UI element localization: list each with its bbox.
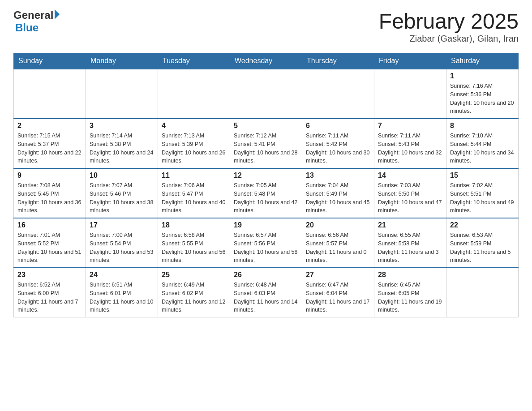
calendar-week-row: 23Sunrise: 6:52 AMSunset: 6:00 PMDayligh…	[14, 268, 519, 317]
calendar-header-friday: Friday	[374, 53, 446, 69]
day-info: Sunrise: 6:53 AMSunset: 5:59 PMDaylight:…	[450, 231, 515, 265]
calendar-cell: 19Sunrise: 6:57 AMSunset: 5:56 PMDayligh…	[230, 218, 302, 268]
calendar-header-row: SundayMondayTuesdayWednesdayThursdayFrid…	[14, 53, 519, 69]
day-number: 10	[90, 171, 154, 180]
calendar-cell	[446, 268, 519, 317]
day-number: 25	[162, 271, 226, 279]
day-info: Sunrise: 7:07 AMSunset: 5:46 PMDaylight:…	[90, 181, 154, 215]
day-info: Sunrise: 6:52 AMSunset: 6:00 PMDaylight:…	[17, 281, 82, 314]
day-number: 14	[378, 171, 442, 180]
calendar-cell: 4Sunrise: 7:13 AMSunset: 5:39 PMDaylight…	[158, 119, 230, 168]
calendar-header-tuesday: Tuesday	[158, 53, 230, 69]
location-title: Ziabar (Gaskar), Gilan, Iran	[379, 34, 519, 44]
calendar-cell: 7Sunrise: 7:11 AMSunset: 5:43 PMDaylight…	[374, 119, 446, 168]
day-info: Sunrise: 6:58 AMSunset: 5:55 PMDaylight:…	[162, 231, 226, 265]
calendar-cell	[158, 69, 230, 119]
calendar-cell: 22Sunrise: 6:53 AMSunset: 5:59 PMDayligh…	[446, 218, 519, 268]
calendar-cell: 20Sunrise: 6:56 AMSunset: 5:57 PMDayligh…	[302, 218, 374, 268]
day-info: Sunrise: 6:47 AMSunset: 6:04 PMDaylight:…	[306, 281, 370, 314]
calendar-cell	[14, 69, 86, 119]
logo-arrow-icon	[55, 9, 60, 19]
day-info: Sunrise: 7:14 AMSunset: 5:38 PMDaylight:…	[90, 132, 154, 165]
day-info: Sunrise: 7:10 AMSunset: 5:44 PMDaylight:…	[450, 132, 515, 165]
calendar-cell: 3Sunrise: 7:14 AMSunset: 5:38 PMDaylight…	[86, 119, 158, 168]
day-number: 11	[162, 171, 226, 180]
calendar-cell: 16Sunrise: 7:01 AMSunset: 5:52 PMDayligh…	[14, 218, 86, 268]
day-number: 5	[234, 122, 298, 130]
calendar-cell: 1Sunrise: 7:16 AMSunset: 5:36 PMDaylight…	[446, 69, 519, 119]
day-info: Sunrise: 7:02 AMSunset: 5:51 PMDaylight:…	[450, 181, 515, 215]
calendar-cell: 17Sunrise: 7:00 AMSunset: 5:54 PMDayligh…	[86, 218, 158, 268]
title-section: February 2025 Ziabar (Gaskar), Gilan, Ir…	[379, 9, 519, 44]
day-number: 20	[306, 221, 370, 229]
calendar-cell: 15Sunrise: 7:02 AMSunset: 5:51 PMDayligh…	[446, 168, 519, 218]
calendar-cell: 27Sunrise: 6:47 AMSunset: 6:04 PMDayligh…	[302, 268, 374, 317]
day-info: Sunrise: 6:49 AMSunset: 6:02 PMDaylight:…	[162, 281, 226, 314]
day-info: Sunrise: 7:00 AMSunset: 5:54 PMDaylight:…	[90, 231, 154, 265]
day-number: 17	[90, 221, 154, 229]
day-number: 4	[162, 122, 226, 130]
calendar-cell: 28Sunrise: 6:45 AMSunset: 6:05 PMDayligh…	[374, 268, 446, 317]
calendar-week-row: 1Sunrise: 7:16 AMSunset: 5:36 PMDaylight…	[14, 69, 519, 119]
calendar-cell: 8Sunrise: 7:10 AMSunset: 5:44 PMDaylight…	[446, 119, 519, 168]
day-number: 27	[306, 271, 370, 279]
day-number: 23	[17, 271, 82, 279]
day-number: 2	[17, 122, 82, 130]
day-number: 7	[378, 122, 442, 130]
day-number: 22	[450, 221, 515, 229]
day-number: 9	[17, 171, 82, 180]
calendar-cell: 10Sunrise: 7:07 AMSunset: 5:46 PMDayligh…	[86, 168, 158, 218]
day-number: 8	[450, 122, 515, 130]
day-info: Sunrise: 7:11 AMSunset: 5:42 PMDaylight:…	[306, 132, 370, 165]
calendar-header-monday: Monday	[86, 53, 158, 69]
day-number: 15	[450, 171, 515, 180]
calendar-cell: 26Sunrise: 6:48 AMSunset: 6:03 PMDayligh…	[230, 268, 302, 317]
calendar-cell: 14Sunrise: 7:03 AMSunset: 5:50 PMDayligh…	[374, 168, 446, 218]
calendar-cell	[86, 69, 158, 119]
day-info: Sunrise: 7:06 AMSunset: 5:47 PMDaylight:…	[162, 181, 226, 215]
day-number: 18	[162, 221, 226, 229]
calendar-header-sunday: Sunday	[14, 53, 86, 69]
calendar-cell	[374, 69, 446, 119]
day-info: Sunrise: 6:45 AMSunset: 6:05 PMDaylight:…	[378, 281, 442, 314]
calendar-week-row: 16Sunrise: 7:01 AMSunset: 5:52 PMDayligh…	[14, 218, 519, 268]
calendar-cell	[230, 69, 302, 119]
calendar-header-thursday: Thursday	[302, 53, 374, 69]
calendar-cell: 12Sunrise: 7:05 AMSunset: 5:48 PMDayligh…	[230, 168, 302, 218]
calendar-cell: 24Sunrise: 6:51 AMSunset: 6:01 PMDayligh…	[86, 268, 158, 317]
day-info: Sunrise: 6:55 AMSunset: 5:58 PMDaylight:…	[378, 231, 442, 265]
day-number: 6	[306, 122, 370, 130]
calendar-header-saturday: Saturday	[446, 53, 519, 69]
logo-blue-text: Blue	[15, 21, 39, 34]
day-info: Sunrise: 7:05 AMSunset: 5:48 PMDaylight:…	[234, 181, 298, 215]
day-info: Sunrise: 7:12 AMSunset: 5:41 PMDaylight:…	[234, 132, 298, 165]
calendar-cell: 21Sunrise: 6:55 AMSunset: 5:58 PMDayligh…	[374, 218, 446, 268]
logo-general-text: General	[13, 9, 53, 21]
calendar-table: SundayMondayTuesdayWednesdayThursdayFrid…	[13, 53, 519, 317]
calendar-cell: 23Sunrise: 6:52 AMSunset: 6:00 PMDayligh…	[14, 268, 86, 317]
calendar-cell: 9Sunrise: 7:08 AMSunset: 5:45 PMDaylight…	[14, 168, 86, 218]
day-number: 1	[450, 72, 515, 80]
day-number: 12	[234, 171, 298, 180]
day-info: Sunrise: 7:08 AMSunset: 5:45 PMDaylight:…	[17, 181, 82, 215]
day-number: 21	[378, 221, 442, 229]
logo: General Blue	[13, 9, 60, 34]
day-info: Sunrise: 7:04 AMSunset: 5:49 PMDaylight:…	[306, 181, 370, 215]
day-info: Sunrise: 6:56 AMSunset: 5:57 PMDaylight:…	[306, 231, 370, 265]
day-info: Sunrise: 7:15 AMSunset: 5:37 PMDaylight:…	[17, 132, 82, 165]
calendar-cell	[302, 69, 374, 119]
calendar-cell: 5Sunrise: 7:12 AMSunset: 5:41 PMDaylight…	[230, 119, 302, 168]
day-number: 28	[378, 271, 442, 279]
month-title: February 2025	[379, 9, 519, 34]
day-info: Sunrise: 6:51 AMSunset: 6:01 PMDaylight:…	[90, 281, 154, 314]
day-info: Sunrise: 6:48 AMSunset: 6:03 PMDaylight:…	[234, 281, 298, 314]
calendar-cell: 25Sunrise: 6:49 AMSunset: 6:02 PMDayligh…	[158, 268, 230, 317]
day-number: 3	[90, 122, 154, 130]
calendar-cell: 11Sunrise: 7:06 AMSunset: 5:47 PMDayligh…	[158, 168, 230, 218]
day-number: 16	[17, 221, 82, 229]
day-number: 13	[306, 171, 370, 180]
calendar-cell: 18Sunrise: 6:58 AMSunset: 5:55 PMDayligh…	[158, 218, 230, 268]
calendar-cell: 6Sunrise: 7:11 AMSunset: 5:42 PMDaylight…	[302, 119, 374, 168]
day-info: Sunrise: 7:01 AMSunset: 5:52 PMDaylight:…	[17, 231, 82, 265]
page-header: General Blue February 2025 Ziabar (Gaska…	[13, 9, 519, 44]
